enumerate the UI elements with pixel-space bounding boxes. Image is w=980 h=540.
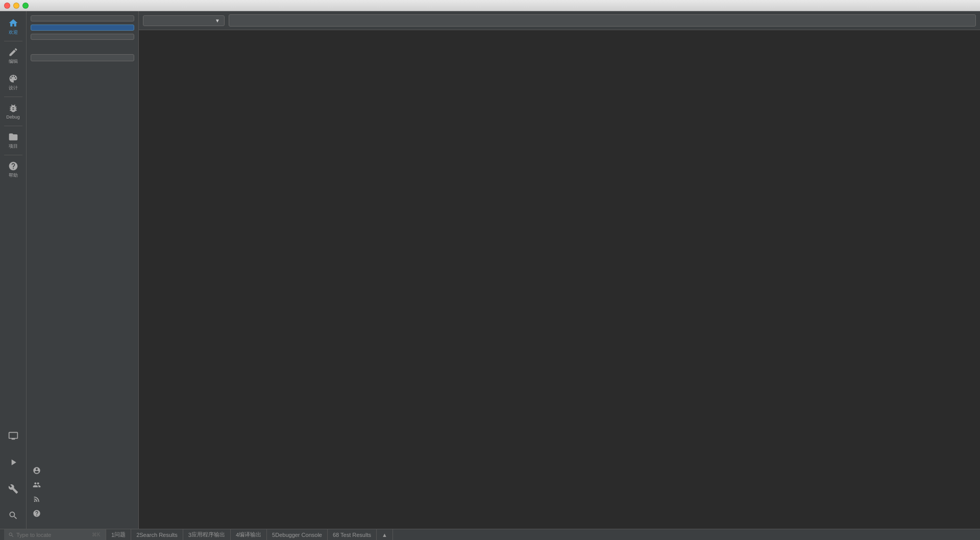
status-tab-more[interactable]: ▲: [377, 529, 393, 540]
close-button[interactable]: [4, 3, 10, 9]
sidebar-item-build[interactable]: [0, 476, 27, 502]
sidebar-label-projects: 项目: [9, 143, 18, 150]
examples-button[interactable]: [31, 25, 134, 31]
version-select-arrow: ▼: [215, 18, 220, 24]
sidebar-item-edit[interactable]: 编辑: [0, 42, 27, 69]
community-link[interactable]: [31, 478, 134, 492]
userguide-link[interactable]: [31, 506, 134, 521]
status-search[interactable]: ⌘K: [4, 529, 106, 540]
sidebar-item-search[interactable]: [0, 502, 27, 529]
sidebar-item-help[interactable]: 帮助: [0, 156, 27, 183]
sidebar-label-welcome: 欢迎: [9, 29, 18, 36]
minimize-button[interactable]: [13, 3, 19, 9]
left-panel: [27, 11, 139, 529]
sidebar-item-projects[interactable]: 项目: [0, 127, 27, 154]
search-input[interactable]: [229, 14, 976, 27]
sidebar-separator-4: [4, 155, 22, 155]
status-tabs: 1 问题 2 Search Results 3 应用程序输出 4 编译输出 5 …: [106, 529, 393, 540]
title-bar: [0, 0, 980, 11]
account-link[interactable]: [31, 463, 134, 478]
tutorials-button[interactable]: [31, 34, 134, 40]
main-content: ▼: [139, 11, 980, 529]
status-bar: ⌘K 1 问题 2 Search Results 3 应用程序输出 4 编译输出…: [0, 529, 980, 540]
status-tab-compile[interactable]: 4 编译输出: [231, 529, 267, 540]
examples-grid: [139, 30, 980, 529]
locate-input[interactable]: [16, 532, 88, 538]
window-controls[interactable]: [4, 3, 29, 9]
content-toolbar: ▼: [139, 11, 980, 30]
get-started-button[interactable]: [31, 54, 134, 61]
left-panel-bottom-links: [31, 459, 134, 525]
sidebar-label-edit: 编辑: [9, 58, 18, 65]
sidebar-item-play[interactable]: [0, 449, 27, 476]
sidebar-item-design[interactable]: 设计: [0, 69, 27, 96]
sidebar-label-debug: Debug: [6, 114, 20, 120]
status-tab-search[interactable]: 2 Search Results: [131, 529, 183, 540]
sidebar-item-screen[interactable]: [0, 422, 27, 449]
blogs-link[interactable]: [31, 492, 134, 506]
sidebar: 欢迎 编辑 设计 Debug 项目 帮助: [0, 11, 27, 529]
sidebar-item-debug[interactable]: Debug: [0, 98, 27, 125]
maximize-button[interactable]: [22, 3, 29, 9]
sidebar-separator-2: [4, 97, 22, 97]
sidebar-label-help: 帮助: [9, 172, 18, 179]
sidebar-item-welcome[interactable]: 欢迎: [0, 13, 27, 40]
version-select[interactable]: ▼: [143, 15, 225, 26]
status-tab-problems[interactable]: 1 问题: [106, 529, 131, 540]
status-tab-testresults[interactable]: 6 8 Test Results: [328, 529, 377, 540]
projects-button[interactable]: [31, 15, 134, 21]
sidebar-label-design: 设计: [9, 85, 18, 91]
sidebar-separator: [4, 41, 22, 41]
sidebar-separator-3: [4, 126, 22, 126]
status-tab-debugger[interactable]: 5 Debugger Console: [267, 529, 328, 540]
status-tab-appoutput[interactable]: 3 应用程序输出: [183, 529, 231, 540]
locate-shortcut: ⌘K: [92, 532, 101, 537]
